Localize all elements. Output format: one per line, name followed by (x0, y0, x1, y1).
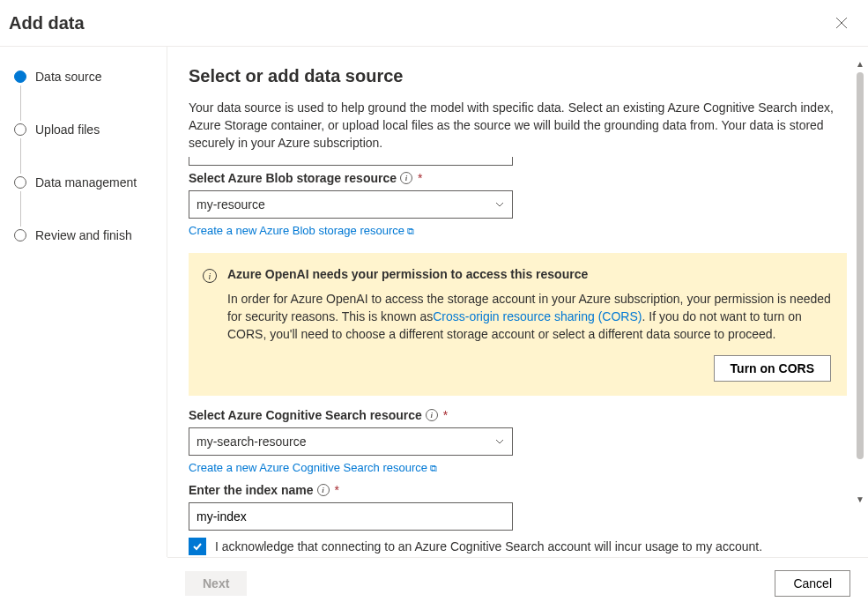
create-search-link[interactable]: Create a new Azure Cognitive Search reso… (189, 461, 437, 474)
label-text: Select Azure Cognitive Search resource (189, 408, 422, 422)
banner-text: In order for Azure OpenAI to access the … (227, 290, 831, 343)
dialog-footer: Next Cancel (167, 557, 868, 609)
search-resource-dropdown[interactable]: my-search-resource (189, 427, 513, 456)
checkmark-icon (191, 540, 204, 553)
acknowledge-row: I acknowledge that connecting to an Azur… (189, 538, 847, 555)
dialog-body: Data source Upload files Data management… (0, 47, 868, 557)
step-dot-icon (14, 71, 26, 83)
blob-label: Select Azure Blob storage resource i * (189, 171, 847, 185)
acknowledge-checkbox[interactable] (189, 538, 206, 555)
search-create-link-row: Create a new Azure Cognitive Search reso… (189, 461, 847, 474)
close-button[interactable] (831, 12, 852, 33)
step-label: Review and finish (35, 228, 132, 242)
create-blob-link[interactable]: Create a new Azure Blob storage resource… (189, 224, 414, 237)
index-name-field: Enter the index name i * (189, 483, 847, 531)
acknowledge-label: I acknowledge that connecting to an Azur… (215, 539, 762, 553)
chevron-down-icon (494, 436, 505, 447)
scroll-down-icon: ▼ (856, 494, 864, 504)
scrollbar[interactable]: ▲ ▼ (854, 59, 866, 504)
step-data-management[interactable]: Data management (14, 174, 156, 191)
index-name-input[interactable] (189, 502, 513, 531)
cors-warning-banner: i Azure OpenAI needs your permission to … (189, 253, 847, 396)
required-marker: * (443, 408, 448, 422)
truncated-field-above (189, 157, 513, 166)
close-icon (835, 17, 848, 29)
stepper-nav: Data source Upload files Data management… (0, 47, 167, 557)
index-label: Enter the index name i * (189, 483, 847, 497)
next-button[interactable]: Next (185, 571, 247, 596)
dropdown-value: my-search-resource (197, 434, 306, 449)
turn-on-cors-button[interactable]: Turn on CORS (714, 355, 831, 382)
step-label: Data source (35, 70, 101, 84)
cognitive-search-field: Select Azure Cognitive Search resource i… (189, 408, 847, 474)
cancel-button[interactable]: Cancel (775, 570, 850, 597)
blob-storage-field: Select Azure Blob storage resource i * m… (189, 171, 847, 237)
step-connector (20, 138, 21, 174)
step-dot-icon (14, 123, 26, 136)
banner-body: Azure OpenAI needs your permission to ac… (227, 267, 831, 382)
dialog-title: Add data (9, 13, 85, 33)
external-link-icon: ⧉ (407, 226, 414, 236)
link-text: Create a new Azure Blob storage resource (189, 224, 404, 237)
main-wrap: Select or add data source Your data sour… (167, 47, 868, 557)
scroll-thumb[interactable] (857, 72, 864, 459)
blob-create-link-row: Create a new Azure Blob storage resource… (189, 224, 847, 237)
main-panel: Select or add data source Your data sour… (167, 47, 868, 557)
step-dot-icon (14, 229, 26, 241)
step-label: Data management (35, 175, 137, 189)
intro-text: Your data source is used to help ground … (189, 99, 847, 152)
blob-resource-dropdown[interactable]: my-resource (189, 190, 513, 219)
dropdown-value: my-resource (197, 197, 265, 212)
step-connector (20, 191, 21, 227)
info-icon: i (203, 269, 217, 283)
step-dot-icon (14, 176, 26, 189)
step-upload-files[interactable]: Upload files (14, 121, 156, 138)
label-text: Enter the index name (189, 483, 314, 497)
info-icon[interactable]: i (317, 484, 330, 496)
chevron-down-icon (494, 199, 505, 210)
step-review-finish[interactable]: Review and finish (14, 227, 156, 244)
link-text: Create a new Azure Cognitive Search reso… (189, 461, 427, 474)
cors-link[interactable]: Cross-origin resource sharing (CORS) (433, 309, 642, 323)
info-icon[interactable]: i (426, 409, 438, 421)
section-heading: Select or add data source (189, 66, 847, 86)
search-label: Select Azure Cognitive Search resource i… (189, 408, 847, 422)
scroll-up-icon: ▲ (856, 59, 864, 69)
step-connector (20, 85, 21, 121)
required-marker: * (418, 171, 422, 185)
step-data-source[interactable]: Data source (14, 68, 156, 85)
add-data-dialog: Add data Data source Upload files Data m… (0, 0, 868, 609)
banner-title: Azure OpenAI needs your permission to ac… (227, 267, 831, 281)
required-marker: * (335, 483, 339, 497)
banner-button-row: Turn on CORS (227, 355, 831, 382)
step-label: Upload files (35, 123, 100, 137)
info-icon[interactable]: i (400, 172, 412, 184)
label-text: Select Azure Blob storage resource (189, 171, 397, 185)
external-link-icon: ⧉ (430, 463, 437, 473)
dialog-header: Add data (0, 0, 868, 47)
